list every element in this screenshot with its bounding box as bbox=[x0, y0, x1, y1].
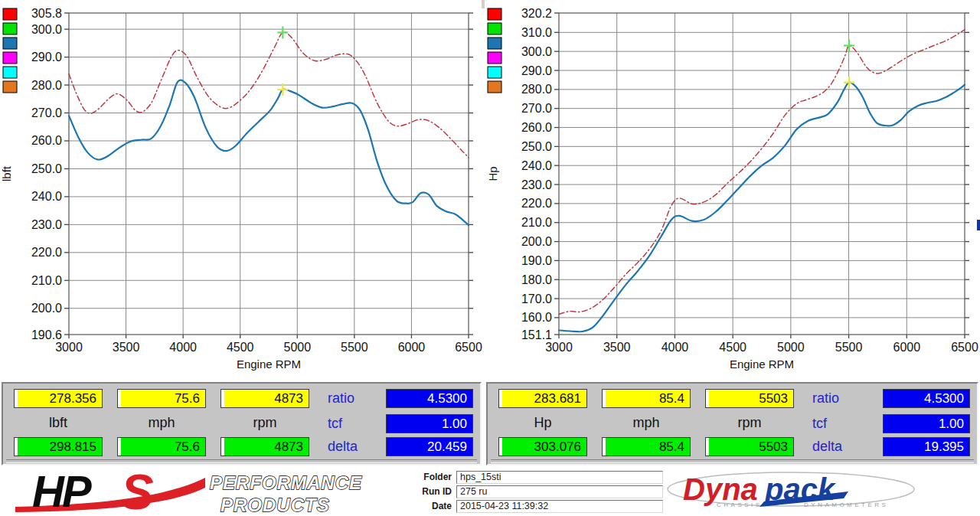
folder-field-row: Folder hps_15sti bbox=[375, 471, 666, 483]
legend-swatch-green bbox=[488, 23, 501, 34]
x-tick-label: 6000 bbox=[398, 341, 426, 354]
torque-plot: 305.8300.0290.0280.0270.0260.0250.0240.0… bbox=[0, 0, 482, 380]
reference-torque-value: 298.815 bbox=[14, 437, 103, 456]
folder-input[interactable]: hps_15sti bbox=[456, 471, 663, 484]
speed-unit-label: mph bbox=[602, 415, 691, 431]
legend-swatch-magenta bbox=[3, 52, 17, 64]
y-tick-label: 160.0 bbox=[521, 311, 552, 324]
y-tick-label: 270.0 bbox=[521, 102, 552, 115]
panel-groove bbox=[6, 459, 477, 463]
legend-swatch-magenta bbox=[488, 52, 501, 64]
y-tick-label: 300.0 bbox=[31, 23, 62, 36]
ratio-label: ratio bbox=[812, 390, 839, 407]
x-tick-label: 6500 bbox=[951, 341, 978, 354]
legend-swatch-red bbox=[3, 8, 17, 20]
window-edge-artifact bbox=[977, 220, 980, 230]
y-tick-label: 190.6 bbox=[31, 328, 62, 341]
y-tick-label: 240.0 bbox=[521, 159, 552, 172]
delta-label: delta bbox=[812, 439, 842, 455]
delta-label: delta bbox=[328, 439, 358, 455]
x-axis-label: Engine RPM bbox=[237, 358, 301, 371]
y-tick-label: 270.0 bbox=[31, 106, 62, 119]
x-tick-label: 4000 bbox=[169, 341, 197, 354]
hps-word-products: PRODUCTS bbox=[220, 495, 330, 514]
y-tick-label: 290.0 bbox=[521, 64, 552, 77]
torque-unit-label: lbft bbox=[14, 415, 103, 431]
power-chart: 320.2310.0300.0290.0280.0270.0260.0250.0… bbox=[485, 0, 980, 380]
tcf-field[interactable]: 1.00 bbox=[386, 414, 473, 433]
y-tick-label: 300.0 bbox=[521, 45, 552, 58]
date-field-row: Date 2015-04-23 11:39:32 bbox=[375, 500, 666, 512]
y-tick-label: 320.2 bbox=[521, 7, 552, 20]
y-tick-label: 260.0 bbox=[31, 134, 62, 147]
power-unit-label: Hp bbox=[498, 415, 587, 431]
cursor-speed-value: 75.6 bbox=[117, 389, 206, 408]
torque-chart: 305.8300.0290.0280.0270.0260.0250.0240.0… bbox=[0, 0, 482, 380]
hps-letters-hp: HP bbox=[32, 469, 92, 514]
cursor-rpm-value: 4873 bbox=[220, 389, 309, 408]
tcf-label: tcf bbox=[812, 416, 827, 432]
y-tick-label: 170.0 bbox=[521, 292, 552, 305]
y-tick-label: 305.8 bbox=[31, 7, 62, 20]
reference-run-torque-curve bbox=[69, 32, 469, 158]
legend-swatch-blue bbox=[488, 38, 501, 49]
y-tick-label: 250.0 bbox=[521, 140, 552, 153]
y-tick-label: 210.0 bbox=[521, 216, 552, 229]
hps-word-performance: PERFORMANCE bbox=[210, 472, 362, 493]
y-tick-label: 200.0 bbox=[521, 235, 552, 248]
run-id-input[interactable]: 275 ru bbox=[456, 485, 663, 498]
run-id-label: Run ID bbox=[375, 485, 452, 498]
y-tick-label: 210.0 bbox=[31, 274, 62, 287]
current-run-power-curve bbox=[559, 83, 965, 332]
date-label: Date bbox=[375, 500, 452, 512]
rpm-unit-label: rpm bbox=[705, 415, 794, 431]
y-tick-label: 180.0 bbox=[521, 273, 552, 286]
footer-bar: HP S PERFORMANCE PRODUCTS Folder hps_15s… bbox=[0, 467, 980, 516]
reference-power-value: 303.076 bbox=[498, 437, 587, 456]
legend-swatch-orange bbox=[3, 81, 17, 93]
run-id-field-row: Run ID 275 ru bbox=[375, 485, 666, 498]
y-tick-label: 200.0 bbox=[31, 302, 62, 315]
torque-readout-panel: 278.356 75.6 4873 ratio 4.5300 lbft mph … bbox=[2, 382, 482, 465]
x-tick-label: 6000 bbox=[893, 341, 920, 354]
legend-swatch-red bbox=[488, 8, 501, 20]
dynapack-logo: Dyna pack CHASSIS DYNAMOMETERS bbox=[665, 470, 917, 513]
legend-swatch-blue bbox=[3, 38, 17, 49]
power-readout-panel: 283.681 85.4 5503 ratio 4.5300 Hp mph rp… bbox=[486, 382, 978, 465]
y-tick-label: 230.0 bbox=[31, 218, 62, 231]
y-tick-label: 220.0 bbox=[31, 246, 62, 259]
legend-swatch-green bbox=[3, 23, 17, 34]
reference-speed-value: 85.4 bbox=[602, 437, 691, 456]
x-axis-label: Engine RPM bbox=[730, 358, 794, 371]
dynapack-sub-chassis: CHASSIS bbox=[717, 501, 763, 508]
reference-speed-value: 75.6 bbox=[117, 437, 206, 456]
folder-label: Folder bbox=[375, 471, 452, 483]
panel-groove bbox=[491, 459, 974, 463]
x-tick-label: 5500 bbox=[835, 341, 863, 354]
y-tick-label: 250.0 bbox=[31, 162, 62, 175]
y-axis-label: Hp bbox=[486, 166, 499, 181]
dynapack-sub-dynamometers: DYNAMOMETERS bbox=[804, 501, 888, 508]
y-tick-label: 151.1 bbox=[521, 328, 552, 341]
reference-rpm-value: 4873 bbox=[220, 437, 309, 456]
tcf-field[interactable]: 1.00 bbox=[883, 414, 970, 433]
y-tick-label: 260.0 bbox=[521, 121, 552, 134]
x-tick-label: 5500 bbox=[341, 341, 368, 354]
y-tick-label: 290.0 bbox=[31, 51, 62, 64]
x-tick-label: 3500 bbox=[603, 341, 631, 354]
cursor-rpm-value: 5503 bbox=[705, 389, 794, 408]
x-tick-label: 4000 bbox=[662, 341, 689, 354]
plot-frame bbox=[559, 13, 965, 335]
legend-swatch-cyan bbox=[3, 67, 17, 78]
legend-swatch-orange bbox=[488, 81, 501, 93]
date-input[interactable]: 2015-04-23 11:39:32 bbox=[456, 500, 663, 513]
ratio-field[interactable]: 4.5300 bbox=[883, 389, 970, 408]
hps-performance-logo: HP S PERFORMANCE PRODUCTS bbox=[9, 469, 369, 514]
ratio-field[interactable]: 4.5300 bbox=[386, 389, 473, 408]
x-tick-label: 4500 bbox=[227, 341, 254, 354]
cursor-torque-value: 278.356 bbox=[14, 389, 103, 408]
speed-unit-label: mph bbox=[117, 415, 206, 431]
ratio-label: ratio bbox=[328, 390, 354, 407]
power-plot: 320.2310.0300.0290.0280.0270.0260.0250.0… bbox=[485, 0, 980, 380]
legend-swatch-cyan bbox=[488, 67, 501, 78]
